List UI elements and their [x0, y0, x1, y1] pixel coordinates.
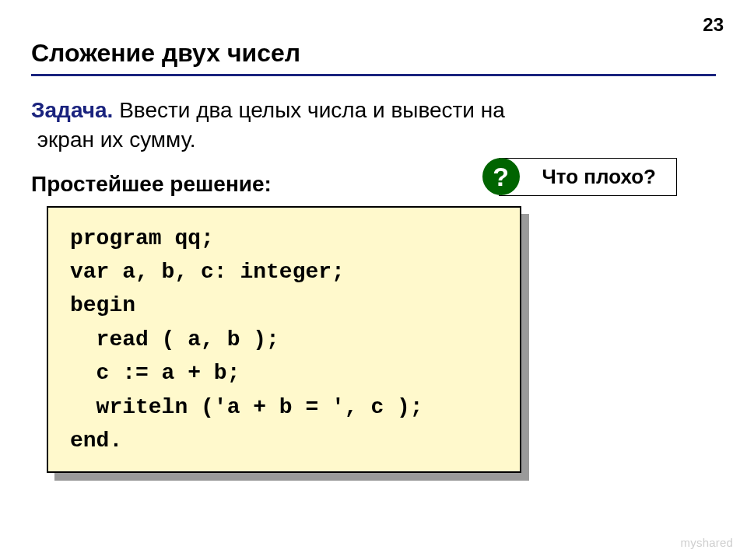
task-line-1: Ввести два целых числа и вывести на: [113, 98, 504, 122]
title-divider: [31, 74, 716, 76]
slide: 23 Сложение двух чисел Задача. Ввести дв…: [0, 0, 747, 560]
whats-wrong-callout: ? Что плохо?: [499, 158, 677, 196]
task-text: Задача. Ввести два целых числа и вывести…: [31, 96, 716, 155]
task-label: Задача.: [31, 98, 113, 122]
code-listing: program qq; var a, b, c: integer; begin …: [70, 222, 498, 458]
code-box: program qq; var a, b, c: integer; begin …: [47, 206, 521, 474]
callout-text: Что плохо?: [542, 165, 656, 188]
watermark: myshared: [681, 536, 733, 549]
page-number: 23: [703, 14, 724, 36]
solution-label: Простейшее решение:: [31, 172, 272, 196]
task-line-2: экран их сумму.: [37, 128, 196, 152]
slide-title: Сложение двух чисел: [31, 39, 716, 68]
solution-row: Простейшее решение: ? Что плохо?: [31, 172, 716, 197]
question-icon: ?: [482, 158, 520, 195]
code-example: program qq; var a, b, c: integer; begin …: [47, 206, 521, 474]
